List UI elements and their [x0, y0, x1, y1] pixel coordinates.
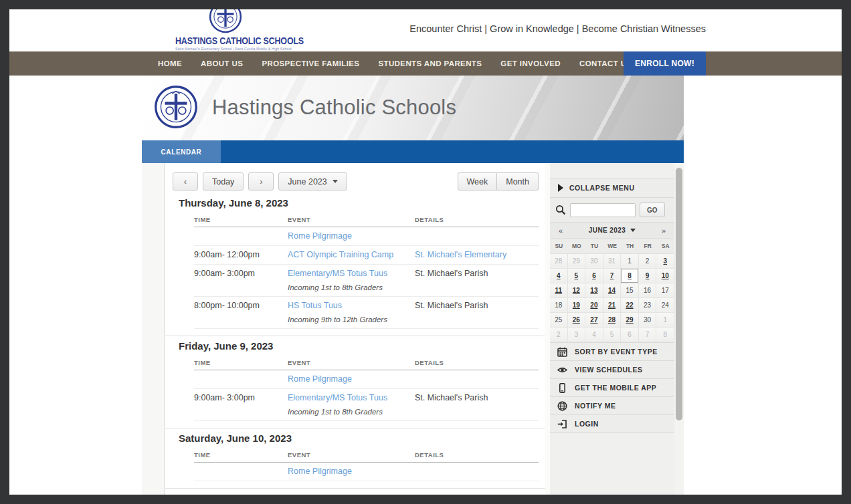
- event-details[interactable]: St. Michael's Elementary: [415, 250, 539, 260]
- search-input[interactable]: [570, 203, 636, 217]
- event-link[interactable]: Elementary/MS Totus Tuus: [288, 393, 387, 402]
- event-link[interactable]: Rome Pilgrimage: [288, 467, 352, 476]
- tab-calendar[interactable]: CALENDAR: [142, 140, 221, 163]
- minical-day: 30: [639, 313, 657, 328]
- table-header-row: TIMEEVENTDETAILS: [194, 214, 539, 227]
- event-cell: Rome Pilgrimage: [288, 374, 415, 384]
- collapse-menu-button[interactable]: COLLAPSE MENU: [550, 178, 674, 198]
- column-header: TIME: [194, 451, 288, 459]
- minical-day[interactable]: 20: [585, 298, 603, 313]
- minical-day: 17: [656, 283, 674, 298]
- minical-day[interactable]: 6: [585, 269, 603, 283]
- minical-day[interactable]: 10: [656, 269, 674, 283]
- minical-day[interactable]: 13: [585, 283, 603, 298]
- school-crest-icon: [154, 85, 198, 129]
- sidebar-menu-item[interactable]: LOGIN: [550, 415, 674, 433]
- day-heading: Sunday, June 11, 2023: [179, 493, 545, 495]
- phone-icon: [557, 383, 567, 393]
- minical-weekday: MO: [568, 239, 586, 253]
- minical-day[interactable]: 26: [568, 313, 586, 328]
- today-button[interactable]: Today: [203, 172, 244, 191]
- page-banner: Hastings Catholic Schools: [142, 76, 684, 140]
- minical-day[interactable]: 4: [550, 269, 568, 283]
- minical-weekday: TH: [621, 239, 639, 253]
- minical-weekday: FR: [639, 239, 657, 253]
- minical-day[interactable]: 21: [603, 298, 622, 313]
- calendar-sidebar: COLLAPSE MENU GO « JUNE 2023: [550, 163, 674, 495]
- minical-day[interactable]: 12: [568, 283, 586, 298]
- minical-day[interactable]: 9: [639, 269, 657, 283]
- minical-day[interactable]: 27: [585, 313, 603, 328]
- column-header: TIME: [194, 359, 288, 366]
- event-row: 9:00am- 3:00pmElementary/MS Totus TuusIn…: [194, 265, 539, 297]
- event-time: [194, 467, 288, 477]
- event-time: [194, 374, 288, 384]
- column-header: DETAILS: [415, 216, 539, 223]
- minical-day[interactable]: 29: [621, 313, 639, 328]
- minical-weekday: SA: [656, 239, 674, 253]
- week-view-button[interactable]: Week: [458, 172, 498, 191]
- minical-day: 25: [550, 313, 568, 328]
- menu-item-label: SORT BY EVENT TYPE: [575, 348, 658, 356]
- month-view-button[interactable]: Month: [497, 172, 539, 191]
- enroll-now-button[interactable]: ENROLL NOW!: [624, 51, 706, 76]
- site-logo[interactable]: HASTINGS CATHOLIC SCHOOLS Saint Michael'…: [175, 9, 276, 51]
- event-table: TIMEEVENTDETAILSRome Pilgrimage: [194, 449, 539, 481]
- column-header: EVENT: [288, 451, 415, 459]
- nav-item[interactable]: ABOUT US: [191, 51, 252, 76]
- menu-item-label: LOGIN: [575, 420, 599, 428]
- month-select-button[interactable]: June 2023: [278, 172, 347, 191]
- event-link[interactable]: Elementary/MS Totus Tuus: [288, 269, 387, 278]
- minical-day[interactable]: 28: [603, 313, 622, 328]
- collapse-menu-label: COLLAPSE MENU: [569, 184, 635, 192]
- minical-prev-button[interactable]: «: [553, 227, 569, 235]
- nav-item[interactable]: GET INVOLVED: [491, 51, 570, 76]
- nav-item[interactable]: STUDENTS AND PARENTS: [369, 51, 491, 76]
- nav-item[interactable]: PROSPECTIVE FAMILIES: [252, 51, 369, 76]
- sidebar-menu-item[interactable]: VIEW SCHEDULES: [550, 361, 674, 379]
- next-button[interactable]: ›: [248, 172, 274, 191]
- scrollbar-track[interactable]: [674, 164, 684, 495]
- minical-day: 30: [585, 254, 603, 269]
- event-details: St. Michael's Parish: [415, 301, 539, 324]
- minical-day[interactable]: 22: [621, 298, 639, 313]
- event-link[interactable]: Rome Pilgrimage: [288, 374, 352, 384]
- minical-day: 31: [603, 254, 622, 269]
- minical-day[interactable]: 7: [603, 269, 622, 283]
- event-link[interactable]: HS Totus Tuus: [288, 301, 342, 310]
- event-link[interactable]: ACT Olympic Training Camp: [288, 250, 393, 259]
- scrollbar-thumb[interactable]: [676, 168, 682, 420]
- table-header-row: TIMEEVENTDETAILS: [194, 357, 539, 370]
- event-row: 8:00pm- 10:00pmHS Totus TuusIncoming 9th…: [194, 297, 539, 329]
- sidebar-menu-item[interactable]: NOTIFY ME: [550, 397, 674, 415]
- minical-day: 23: [639, 298, 657, 313]
- calendar-widget: ‹ Today › June 2023 Week Month Thursday,…: [142, 163, 684, 495]
- collapse-triangle-icon: [558, 184, 563, 192]
- minical-day[interactable]: 14: [603, 283, 622, 298]
- event-cell: ACT Olympic Training Camp: [288, 250, 415, 260]
- event-link[interactable]: Rome Pilgrimage: [288, 231, 352, 241]
- minical-day[interactable]: 11: [550, 283, 568, 298]
- section-tab-bar: CALENDAR: [142, 140, 684, 163]
- day-heading: Friday, June 9, 2023: [179, 340, 545, 352]
- minical-day[interactable]: 3: [656, 254, 674, 269]
- minical-next-button[interactable]: »: [656, 227, 672, 235]
- minical-day[interactable]: 5: [568, 269, 586, 283]
- event-details: [415, 467, 539, 477]
- menu-item-label: NOTIFY ME: [575, 402, 616, 410]
- column-header: EVENT: [288, 216, 415, 223]
- sidebar-menu-item[interactable]: SORT BY EVENT TYPE: [550, 343, 674, 361]
- event-table: TIMEEVENTDETAILSRome Pilgrimage9:00am- 1…: [194, 214, 539, 329]
- minical-day: 1: [621, 254, 639, 269]
- minical-day[interactable]: 8: [621, 269, 639, 283]
- mini-calendar-header: « JUNE 2023 »: [550, 223, 674, 239]
- minical-month-select[interactable]: JUNE 2023: [569, 227, 656, 234]
- day-section: Saturday, June 10, 2023TIMEEVENTDETAILSR…: [165, 428, 545, 481]
- page-title: Hastings Catholic Schools: [212, 96, 456, 120]
- sidebar-menu-item[interactable]: GET THE MOBILE APP: [550, 379, 674, 397]
- search-go-button[interactable]: GO: [640, 203, 665, 217]
- minical-day[interactable]: 19: [568, 298, 586, 313]
- prev-button[interactable]: ‹: [173, 172, 198, 191]
- minical-weekday: TU: [585, 239, 603, 253]
- nav-item[interactable]: HOME: [149, 51, 191, 76]
